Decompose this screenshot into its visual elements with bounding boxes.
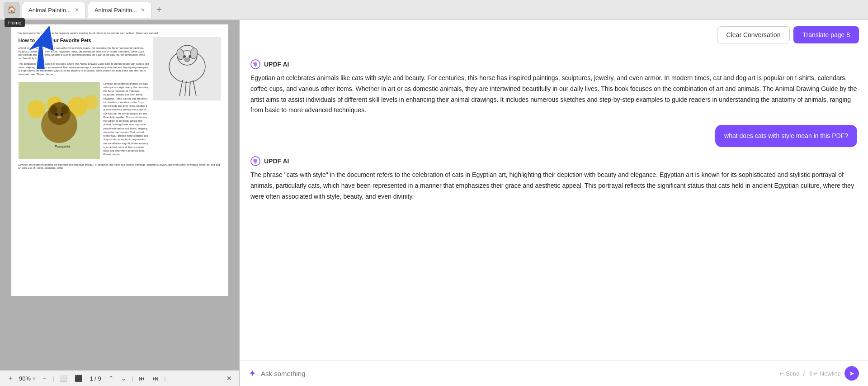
- add-tab-button[interactable]: +: [154, 5, 165, 15]
- pdf-panel: has been part of human art from the begi…: [0, 20, 240, 386]
- pdf-dog-illustration: [153, 37, 221, 100]
- pdf-toolbar: ＋ 90% ▾ － | ⬜ ⬛ 1 / 9 ⌃ ⌄ | ⏮ ⏭ | ✕: [0, 370, 239, 386]
- chat-input[interactable]: [261, 370, 775, 377]
- zoom-out-button[interactable]: －: [39, 373, 49, 383]
- svg-point-29: [253, 159, 255, 161]
- newline-label: ⇧↵ Newline: [808, 370, 841, 377]
- svg-point-20: [50, 105, 57, 114]
- prev-page-button[interactable]: ⌃: [107, 374, 116, 383]
- pdf-intro-text: has been part of human art from the begi…: [19, 32, 221, 35]
- sparkle-icon: ✦: [249, 368, 256, 379]
- clear-conversation-button[interactable]: Clear Conversation: [717, 26, 790, 43]
- pdf-cat-text: Egyptian art celebrates animals like cat…: [104, 82, 150, 159]
- tab-2-close[interactable]: ✕: [141, 7, 145, 13]
- ai-text-1: Egyptian art celebrates animals like cat…: [250, 73, 857, 116]
- tab-2[interactable]: Animal Paintin... ✕: [88, 2, 152, 18]
- last-page-button[interactable]: ⏭: [151, 374, 160, 383]
- user-bubble-1: what does cats with style mean in this P…: [715, 125, 857, 147]
- separator-1: |: [53, 375, 54, 382]
- svg-point-27: [253, 62, 255, 64]
- svg-point-22: [55, 113, 58, 116]
- zoom-display: 90% ▾: [19, 375, 36, 382]
- tab-bar: 🏠 Animal Paintin... ✕ Animal Paintin... …: [0, 0, 868, 20]
- svg-point-24: [57, 116, 61, 119]
- svg-point-21: [61, 105, 68, 114]
- svg-rect-1: [153, 37, 221, 100]
- ai-message-2: UPDF AI The phrase "cats with style" in …: [250, 156, 857, 202]
- chat-panel: Clear Conversation Translate page 8 UPDF…: [240, 20, 868, 386]
- chat-input-area: ✦ ↵ Send / ⇧↵ Newline ➤: [240, 360, 868, 386]
- svg-point-8: [184, 58, 190, 62]
- zoom-value: 90%: [19, 375, 31, 382]
- pdf-cat-section: Pompinia Egyptian art celebrates animals…: [19, 82, 150, 159]
- ai-label-1: UPDF AI: [250, 59, 857, 69]
- pdf-page: has been part of human art from the begi…: [11, 24, 228, 296]
- ai-name-2: UPDF AI: [264, 157, 289, 165]
- tab-1-close[interactable]: ✕: [75, 7, 79, 13]
- svg-point-14: [28, 100, 46, 118]
- translate-button[interactable]: Translate page 8: [793, 26, 859, 43]
- pdf-cat-illustration: Pompinia: [19, 82, 100, 159]
- svg-point-23: [61, 113, 63, 116]
- tab-1-label: Animal Paintin...: [28, 7, 71, 14]
- main-area: has been part of human art from the begi…: [0, 20, 868, 386]
- updf-ai-logo-1: [250, 59, 260, 69]
- separator-3: |: [164, 375, 165, 382]
- svg-point-7: [189, 55, 191, 58]
- tab-2-label: Animal Paintin...: [94, 7, 137, 14]
- home-tooltip: Home: [5, 18, 25, 27]
- pdf-content[interactable]: has been part of human art from the begi…: [0, 20, 239, 370]
- zoom-separator: ▾: [33, 375, 36, 382]
- ai-name-1: UPDF AI: [264, 61, 289, 68]
- tab-1[interactable]: Animal Paintin... ✕: [22, 2, 86, 18]
- ai-text-2: The phrase "cats with style" in the docu…: [250, 170, 857, 202]
- home-button[interactable]: 🏠: [4, 2, 20, 18]
- send-label: ↵ Send: [779, 370, 800, 377]
- close-pdf-button[interactable]: ✕: [225, 374, 234, 383]
- separator-2: |: [132, 375, 133, 382]
- pdf-cat-text-2: Egyptian art celebrates animals like cat…: [19, 163, 221, 170]
- send-button[interactable]: ➤: [844, 366, 859, 381]
- chat-header: Clear Conversation Translate page 8: [240, 20, 868, 50]
- ai-message-1: UPDF AI Egyptian art celebrates animals …: [250, 59, 857, 116]
- svg-point-19: [48, 102, 71, 125]
- send-area: ↵ Send / ⇧↵ Newline ➤: [779, 366, 859, 381]
- fit-width-button[interactable]: ⬛: [73, 374, 84, 383]
- first-page-button[interactable]: ⏮: [137, 374, 147, 383]
- page-info: 1 / 9: [90, 375, 101, 382]
- svg-text:Pompinia: Pompinia: [55, 144, 70, 148]
- user-message-1: what does cats with style mean in this P…: [250, 125, 857, 147]
- svg-point-17: [84, 95, 98, 110]
- ai-label-2: UPDF AI: [250, 156, 857, 166]
- updf-ai-logo-2: [250, 156, 260, 166]
- zoom-in-button[interactable]: ＋: [5, 373, 15, 383]
- svg-point-6: [183, 55, 186, 58]
- next-page-button[interactable]: ⌄: [119, 374, 128, 383]
- fit-page-button[interactable]: ⬜: [58, 374, 69, 383]
- chat-messages[interactable]: UPDF AI Egyptian art celebrates animals …: [240, 50, 868, 360]
- send-separator: /: [803, 370, 805, 377]
